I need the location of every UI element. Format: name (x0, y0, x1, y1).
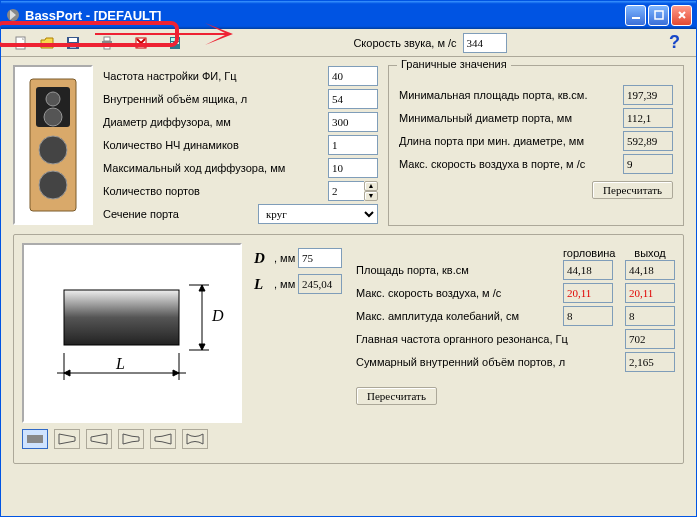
cone-diam-label: Диаметр диффузора, мм (103, 116, 328, 128)
driver-count-input[interactable] (328, 135, 378, 155)
port-count-up[interactable]: ▲ (364, 181, 378, 191)
cone-diam-input[interactable] (328, 112, 378, 132)
box-volume-input[interactable] (328, 89, 378, 109)
tuning-freq-input[interactable] (328, 66, 378, 86)
help-icon[interactable]: ? (669, 32, 680, 53)
min-port-diam-output (623, 108, 673, 128)
max-air-limit-label: Макс. скорость воздуха в порте, м /с (399, 158, 623, 170)
limits-recalc-button[interactable]: Пересчитать (592, 181, 673, 199)
port-shape-label: Сечение порта (103, 208, 258, 220)
app-icon (5, 7, 21, 23)
min-port-area-output (623, 85, 673, 105)
limits-legend: Граничные значения (397, 58, 511, 70)
svg-point-19 (44, 108, 62, 126)
l-output (298, 274, 342, 294)
svg-rect-31 (27, 435, 43, 443)
max-ampl-label: Макс. амплитуда колебаний, см (356, 310, 551, 322)
port-area-label: Площадь порта, кв.см (356, 264, 551, 276)
svg-point-20 (39, 136, 67, 164)
shape-horn-right-icon[interactable] (150, 429, 176, 449)
max-air-throat (563, 283, 613, 303)
min-port-diam-label: Минимальный диаметр порта, мм (399, 112, 623, 124)
sound-speed-input[interactable] (463, 33, 507, 53)
max-ampl-mouth (625, 306, 675, 326)
shape-flare-left-icon[interactable] (54, 429, 80, 449)
print-icon[interactable] (97, 33, 117, 53)
port-shape-select[interactable]: круг (258, 204, 378, 224)
sound-speed-label: Скорость звука, м /с (353, 37, 456, 49)
col-mouth-header: выход (625, 247, 675, 259)
box-volume-label: Внутренний объём ящика, л (103, 93, 328, 105)
port-count-down[interactable]: ▼ (364, 191, 378, 201)
tuning-freq-label: Частота настройки ФИ, Гц (103, 70, 328, 82)
svg-rect-15 (177, 42, 179, 44)
shape-horn-left-icon[interactable] (118, 429, 144, 449)
organ-freq-output (625, 329, 675, 349)
svg-rect-14 (174, 42, 176, 44)
svg-rect-5 (69, 38, 77, 42)
total-vol-label: Суммарный внутренний объём портов, л (356, 356, 613, 368)
speaker-preview (13, 65, 93, 225)
svg-rect-12 (171, 38, 179, 41)
l-symbol: L (254, 276, 274, 293)
limits-box: Граничные значения Минимальная площадь п… (388, 65, 684, 226)
maximize-button[interactable] (648, 5, 669, 26)
calculator-icon[interactable] (165, 33, 185, 53)
max-excursion-input[interactable] (328, 158, 378, 178)
max-excursion-label: Максимальный ход диффузора, мм (103, 162, 328, 174)
d-symbol: D (254, 250, 274, 267)
shape-flare-right-icon[interactable] (86, 429, 112, 449)
window-title: BassPort - [DEFAULT] (25, 8, 623, 23)
svg-rect-2 (655, 11, 663, 19)
max-air-mouth (625, 283, 675, 303)
port-area-mouth (625, 260, 675, 280)
total-vol-output (625, 352, 675, 372)
title-bar: BassPort - [DEFAULT] (1, 1, 696, 29)
port-area-throat (563, 260, 613, 280)
port-diagram: D L (22, 243, 242, 423)
results-panel: горловинавыход Площадь порта, кв.см Макс… (356, 243, 675, 455)
port-count-label: Количество портов (103, 185, 328, 197)
close-button[interactable] (671, 5, 692, 26)
new-icon[interactable] (11, 33, 31, 53)
svg-rect-1 (632, 17, 640, 19)
shape-cylinder-icon[interactable] (22, 429, 48, 449)
d-input[interactable] (298, 248, 342, 268)
col-throat-header: горловина (563, 247, 613, 259)
port-count-input[interactable] (328, 181, 364, 201)
open-icon[interactable] (37, 33, 57, 53)
save-icon[interactable] (63, 33, 83, 53)
svg-rect-6 (70, 44, 76, 48)
max-air-label: Макс. скорость воздуха, м /с (356, 287, 551, 299)
len-min-diam-label: Длина порта при мин. диаметре, мм (399, 135, 623, 147)
driver-count-label: Количество НЧ динамиков (103, 139, 328, 151)
l-unit: , мм (274, 278, 298, 290)
app-window: BassPort - [DEFAULT] Скорость звука, м /… (0, 0, 697, 517)
input-params: Частота настройки ФИ, Гц Внутренний объё… (103, 65, 378, 226)
shape-hourglass-icon[interactable] (182, 429, 208, 449)
max-air-limit-output (623, 154, 673, 174)
svg-rect-22 (64, 290, 179, 345)
results-recalc-button[interactable]: Пересчитать (356, 387, 437, 405)
svg-rect-9 (104, 45, 110, 49)
svg-rect-13 (171, 42, 173, 44)
svg-point-18 (46, 92, 60, 106)
d-unit: , мм (274, 252, 298, 264)
organ-freq-label: Главная частота органного резонанса, Гц (356, 333, 613, 345)
svg-rect-8 (104, 37, 110, 41)
delete-icon[interactable] (131, 33, 151, 53)
toolbar: Скорость звука, м /с ? (1, 29, 696, 57)
dl-inputs: D, мм L, мм (254, 243, 344, 455)
min-port-area-label: Минимальная площадь порта, кв.см. (399, 89, 623, 101)
svg-text:L: L (115, 355, 125, 372)
max-ampl-throat (563, 306, 613, 326)
minimize-button[interactable] (625, 5, 646, 26)
svg-point-21 (39, 171, 67, 199)
shape-bar (22, 429, 242, 449)
len-min-diam-output (623, 131, 673, 151)
svg-text:D: D (211, 307, 224, 324)
